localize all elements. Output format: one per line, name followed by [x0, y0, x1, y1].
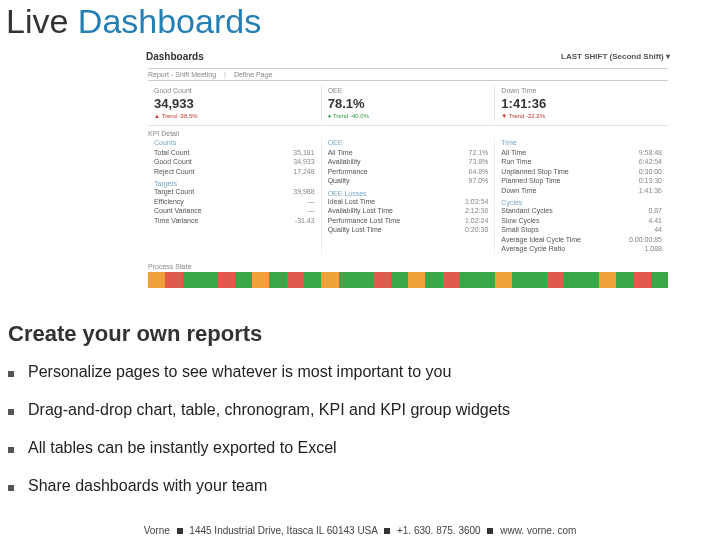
timeline-segment: [581, 272, 598, 288]
timeline-segment: [269, 272, 286, 288]
bullet-icon: [8, 409, 14, 415]
timeline-segment: [373, 272, 390, 288]
page-title: Live Dashboards: [0, 0, 720, 45]
bullet-item: Drag-and-drop chart, table, chronogram, …: [8, 391, 712, 429]
timeline-segment: [651, 272, 668, 288]
detail-row: Availability73.8%: [328, 157, 489, 166]
timeline-segment: [408, 272, 425, 288]
detail-row: Count Variance—: [154, 206, 315, 215]
kpi-value: 78.1%: [328, 96, 489, 111]
detail-row: Good Count34,933: [154, 157, 315, 166]
footer-company: Vorne: [144, 525, 170, 536]
footer: Vorne 1445 Industrial Drive, Itasca IL 6…: [0, 525, 720, 536]
footer-phone: +1. 630. 875. 3600: [397, 525, 481, 536]
kpi-label: OEE: [328, 87, 489, 94]
kpi-value: 34,933: [154, 96, 315, 111]
process-state-label: Process State: [148, 263, 668, 270]
kpi-detail-col: OEEAll Time72.1%Availability73.8%Perform…: [322, 137, 496, 255]
timeline-segment: [200, 272, 217, 288]
bullet-item: Personalize pages to see whatever is mos…: [8, 353, 712, 391]
kpi-value: 1:41:36: [501, 96, 662, 111]
report-options: Define Page: [234, 71, 273, 78]
timeline-segment: [512, 272, 529, 288]
bullet-list: Personalize pages to see whatever is mos…: [0, 353, 720, 505]
detail-row: Run Time6:42:54: [501, 157, 662, 166]
detail-row: Efficiency—: [154, 197, 315, 206]
bullet-text: Drag-and-drop chart, table, chronogram, …: [28, 401, 510, 419]
bullet-text: All tables can be instantly exported to …: [28, 439, 337, 457]
timeline-segment: [391, 272, 408, 288]
detail-subhead: OEE Losses: [328, 190, 489, 197]
subtitle: Create your own reports: [0, 315, 720, 353]
kpi-label: Down Time: [501, 87, 662, 94]
timeline-segment: [599, 272, 616, 288]
detail-subhead: Targets: [154, 180, 315, 187]
kpi-detail-col: CountsTotal Count35,181Good Count34,933R…: [148, 137, 322, 255]
timeline-segment: [183, 272, 200, 288]
timeline-segment: [425, 272, 442, 288]
detail-row: Quality Lost Time0:20:30: [328, 225, 489, 234]
timeline-segment: [443, 272, 460, 288]
kpi-trend: ▼ Trend -22.2%: [501, 113, 662, 119]
timeline-segment: [252, 272, 269, 288]
kpi-trend: ● Trend -40.0%: [328, 113, 489, 119]
kpi-card: Good Count34,933▲ Trend -38.5%: [148, 85, 322, 121]
report-label: Report - Shift Meeting: [148, 71, 216, 78]
timeline-segment: [304, 272, 321, 288]
detail-row: Performance Lost Time1:02:24: [328, 216, 489, 225]
detail-row: Down Time1:41:36: [501, 186, 662, 195]
bullet-item: All tables can be instantly exported to …: [8, 429, 712, 467]
timeline-segment: [321, 272, 338, 288]
bullet-icon: [8, 371, 14, 377]
detail-row: Time Variance-31.43: [154, 216, 315, 225]
detail-row: All Time72.1%: [328, 148, 489, 157]
detail-row: Standard Cycles0.87: [501, 206, 662, 215]
footer-divider-icon: [487, 528, 493, 534]
footer-address: 1445 Industrial Drive, Itasca IL 60143 U…: [189, 525, 377, 536]
timeline-segment: [217, 272, 234, 288]
title-word-1: Live: [6, 2, 68, 40]
detail-row: Target Count39,988: [154, 187, 315, 196]
detail-row: Reject Count17,248: [154, 167, 315, 176]
detail-row: Unplanned Stop Time0:30:00: [501, 167, 662, 176]
bullet-icon: [8, 485, 14, 491]
detail-row: Average Cycle Ratio1.088: [501, 244, 662, 253]
dashboard-screenshot: Dashboards LAST SHIFT (Second Shift) ▾ R…: [138, 49, 678, 309]
detail-subhead: Cycles: [501, 199, 662, 206]
process-state-row: Process State: [148, 263, 668, 288]
bullet-icon: [8, 447, 14, 453]
detail-row: All Time9:58:48: [501, 148, 662, 157]
timeline-segment: [356, 272, 373, 288]
detail-row: Slow Cycles4.41: [501, 216, 662, 225]
kpi-trend: ▲ Trend -38.5%: [154, 113, 315, 119]
detail-row: Small Stops44: [501, 225, 662, 234]
title-word-2: Dashboards: [78, 2, 261, 40]
timeline-segment: [460, 272, 477, 288]
report-bar: Report - Shift Meeting | Define Page: [148, 68, 668, 81]
timeline-segment: [529, 272, 546, 288]
timeline-segment: [339, 272, 356, 288]
kpi-detail-columns: CountsTotal Count35,181Good Count34,933R…: [148, 137, 668, 255]
timeline-segment: [547, 272, 564, 288]
detail-row: Quality97.0%: [328, 176, 489, 185]
detail-col-head: Counts: [154, 139, 315, 146]
detail-row: Average Ideal Cycle Time0.00:00:85: [501, 235, 662, 244]
kpi-detail-col: TimeAll Time9:58:48Run Time6:42:54Unplan…: [495, 137, 668, 255]
detail-row: Ideal Lost Time1:03:54: [328, 197, 489, 206]
timeline-segment: [616, 272, 633, 288]
kpi-card: OEE78.1%● Trend -40.0%: [322, 85, 496, 121]
bullet-item: Share dashboards with your team: [8, 467, 712, 505]
footer-divider-icon: [384, 528, 390, 534]
dash-header-left: Dashboards: [146, 51, 204, 62]
timeline-segment: [235, 272, 252, 288]
timeline-segment: [165, 272, 182, 288]
detail-row: Planned Stop Time0:13:30: [501, 176, 662, 185]
timeline-segment: [495, 272, 512, 288]
timeline-segment: [564, 272, 581, 288]
detail-row: Performance64.8%: [328, 167, 489, 176]
kpi-row: Good Count34,933▲ Trend -38.5%OEE78.1%● …: [148, 85, 668, 126]
dash-header-right: LAST SHIFT (Second Shift) ▾: [561, 52, 670, 61]
kpi-detail-heading: KPI Detail: [148, 130, 668, 137]
footer-divider-icon: [177, 528, 183, 534]
timeline-segment: [287, 272, 304, 288]
